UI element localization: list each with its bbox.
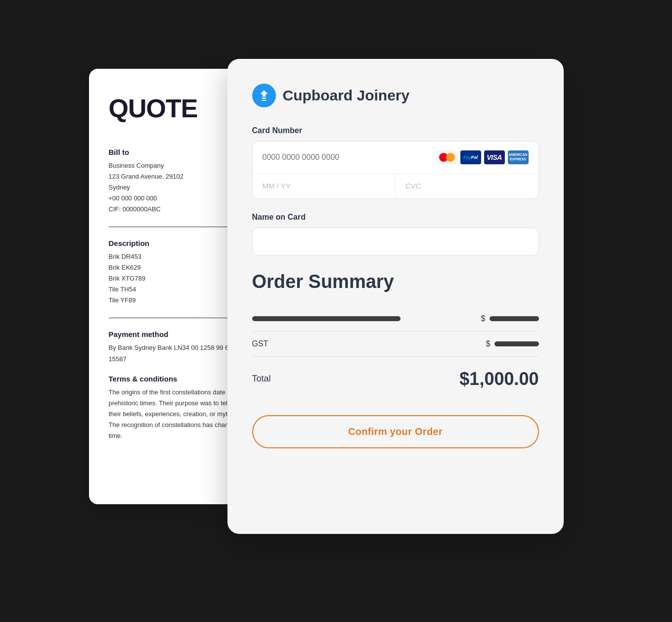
payment-card: Cupboard Joinery Card Number PayPal VISA… [227, 59, 564, 534]
gst-label: GST [252, 339, 480, 348]
payment-header: Cupboard Joinery [252, 84, 539, 107]
card-number-row: PayPal VISA AMERICANEXPRESS [253, 142, 538, 174]
confirm-order-button[interactable]: Confirm your Order [252, 415, 539, 448]
dollar-sign-1: $ [481, 314, 486, 323]
name-on-card-label: Name on Card [252, 213, 539, 222]
order-line-1: $ [252, 306, 539, 332]
card-cvc-field: CVC [396, 174, 538, 198]
order-summary-title: Order Summary [252, 271, 539, 292]
gst-amount-bar [494, 341, 539, 346]
card-number-input[interactable] [263, 153, 431, 162]
total-label: Total [252, 374, 460, 384]
total-amount: $1,000.00 [459, 369, 538, 389]
order-line-1-amount: $ [480, 314, 539, 323]
visa-logo: VISA [484, 150, 505, 164]
brand-icon [252, 84, 276, 107]
svg-rect-1 [262, 99, 266, 100]
expiry-placeholder: MM / YY [263, 182, 291, 190]
order-line-1-bar [252, 316, 401, 321]
amount-bar-1 [490, 316, 539, 321]
dollar-sign-gst: $ [486, 339, 491, 348]
gst-amount: $ [480, 339, 539, 348]
card-logos: PayPal VISA AMERICANEXPRESS [437, 150, 529, 164]
gst-line: GST $ [252, 332, 539, 357]
amex-logo: AMERICANEXPRESS [508, 150, 529, 164]
total-row: Total $1,000.00 [252, 357, 539, 401]
order-line-1-desc [252, 316, 480, 321]
paypal-logo: PayPal [460, 150, 481, 164]
brand-name: Cupboard Joinery [283, 87, 410, 104]
card-exp-cvc-row: MM / YY CVC [253, 174, 538, 198]
cvc-placeholder: CVC [405, 182, 421, 190]
card-number-label: Card Number [252, 126, 539, 135]
name-on-card-input[interactable] [252, 228, 539, 255]
mastercard-logo [437, 150, 457, 164]
card-expiry-field: MM / YY [253, 174, 396, 198]
svg-rect-0 [262, 97, 266, 98]
card-input-area: PayPal VISA AMERICANEXPRESS MM / YY CVC [252, 141, 539, 199]
